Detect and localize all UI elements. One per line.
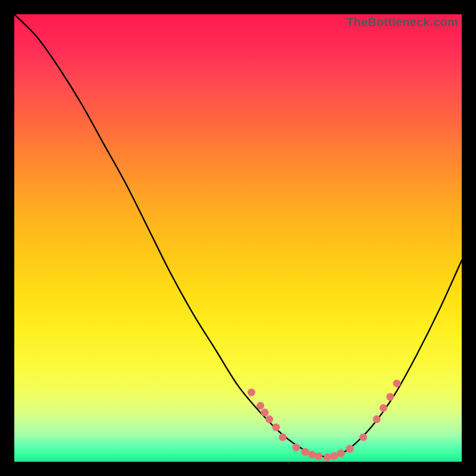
chart-svg bbox=[14, 14, 462, 462]
curve-marker bbox=[330, 452, 338, 460]
curve-marker bbox=[393, 380, 400, 387]
chart-plot-area: TheBottleneck.com bbox=[14, 14, 462, 462]
curve-marker bbox=[337, 449, 345, 457]
curve-marker bbox=[292, 443, 300, 451]
curve-markers bbox=[248, 380, 400, 461]
curve-marker bbox=[346, 445, 354, 453]
curve-marker bbox=[373, 415, 381, 423]
curve-marker bbox=[324, 453, 331, 461]
curve-marker bbox=[265, 415, 273, 423]
curve-marker bbox=[272, 424, 280, 431]
curve-marker bbox=[315, 452, 322, 460]
bottleneck-curve-line bbox=[14, 14, 462, 457]
curve-marker bbox=[248, 389, 255, 396]
curve-marker bbox=[256, 402, 264, 410]
curve-marker bbox=[359, 433, 367, 441]
curve-marker bbox=[261, 409, 269, 416]
curve-marker bbox=[279, 433, 287, 441]
curve-marker bbox=[301, 448, 309, 456]
curve-marker bbox=[308, 450, 316, 458]
chart-frame: TheBottleneck.com bbox=[0, 0, 476, 476]
curve-marker bbox=[380, 404, 387, 412]
curve-marker bbox=[386, 393, 394, 400]
